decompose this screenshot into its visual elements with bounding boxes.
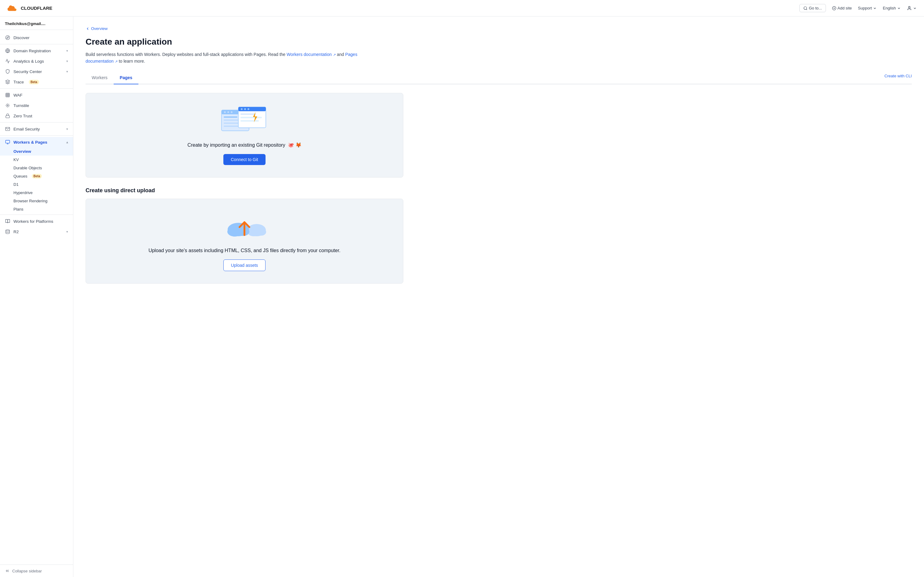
- globe-icon: [5, 48, 10, 53]
- sidebar-item-workers-pages[interactable]: Workers & Pages ▴: [0, 137, 73, 147]
- tab-workers[interactable]: Workers: [85, 72, 114, 84]
- sidebar-item-label: WAF: [13, 93, 23, 97]
- sidebar-item-label: Zero Trust: [13, 114, 32, 118]
- sidebar-item-zero-trust[interactable]: Zero Trust: [0, 111, 73, 121]
- sidebar-item-discover[interactable]: Discover: [0, 32, 73, 43]
- language-button[interactable]: English: [883, 6, 901, 10]
- subnav-item-d1[interactable]: D1: [0, 180, 73, 189]
- sidebar-item-waf[interactable]: WAF: [0, 90, 73, 100]
- svg-point-4: [5, 35, 10, 39]
- chevron-down-icon: ▾: [66, 59, 68, 63]
- tab-pages[interactable]: Pages: [114, 72, 138, 84]
- main-content: Overview Create an application Build ser…: [73, 16, 924, 577]
- subnav-item-durable-objects[interactable]: Durable Objects: [0, 164, 73, 172]
- add-site-button[interactable]: Add site: [832, 6, 852, 10]
- chevron-down-icon: ▾: [66, 49, 68, 53]
- back-link[interactable]: Overview: [85, 26, 912, 31]
- chevron-up-icon: ▴: [66, 140, 68, 144]
- svg-point-27: [241, 108, 243, 110]
- svg-point-19: [227, 111, 229, 113]
- activity-icon: [5, 58, 10, 64]
- sidebar-item-trace[interactable]: Trace Beta: [0, 77, 73, 87]
- svg-marker-8: [5, 80, 10, 82]
- chevron-down-icon: ▾: [66, 70, 68, 74]
- subnav-item-hyperdrive[interactable]: Hyperdrive: [0, 189, 73, 197]
- svg-point-10: [7, 105, 8, 106]
- subnav-item-plans[interactable]: Plans: [0, 205, 73, 213]
- sidebar-item-label: Security Center: [13, 69, 42, 74]
- svg-point-3: [908, 6, 910, 8]
- sidebar-user: Theilchikus@gmail....: [0, 16, 73, 30]
- user-menu-button[interactable]: [907, 6, 917, 11]
- workers-platform-icon: [5, 219, 10, 224]
- firewall-icon: [5, 92, 10, 98]
- create-with-cli-link[interactable]: Create with CLI: [884, 74, 912, 82]
- sidebar-item-label: Discover: [13, 35, 30, 40]
- email-icon: [5, 126, 10, 132]
- subnav-item-label: Plans: [13, 207, 24, 211]
- svg-point-29: [248, 108, 250, 110]
- tabs: Workers Pages: [85, 72, 138, 84]
- subnav-item-label: KV: [13, 157, 19, 162]
- git-illustration: [220, 105, 269, 136]
- workers-doc-link[interactable]: Workers documentation ↗: [287, 52, 335, 57]
- chevron-down-icon: ▾: [66, 127, 68, 131]
- sidebar-item-email-security[interactable]: Email Security ▾: [0, 124, 73, 134]
- subnav-item-label: Durable Objects: [13, 166, 42, 170]
- sidebar-item-turnstile[interactable]: Turnstile: [0, 100, 73, 111]
- svg-rect-30: [240, 113, 256, 115]
- sidebar-item-r2[interactable]: R2 ▾: [0, 226, 73, 237]
- svg-rect-12: [5, 140, 10, 143]
- sidebar-item-label: Trace: [13, 80, 24, 84]
- gitlab-icon: 🦊: [295, 142, 302, 148]
- chevrons-left-icon: [5, 569, 10, 573]
- connect-to-git-button[interactable]: Connect to Git: [223, 154, 266, 165]
- git-import-card: Create by importing an existing Git repo…: [85, 93, 403, 177]
- sidebar-item-security-center[interactable]: Security Center ▾: [0, 66, 73, 77]
- page-description: Build serverless functions with Workers.…: [85, 51, 361, 65]
- upload-assets-button[interactable]: Upload assets: [223, 259, 266, 271]
- svg-point-1: [804, 6, 806, 9]
- cloudflare-logo: CLOUDFLARE: [7, 5, 52, 12]
- upload-description: Upload your site's assets including HTML…: [148, 248, 340, 253]
- svg-point-36: [256, 228, 266, 235]
- compass-icon: [5, 35, 10, 40]
- subnav-item-kv[interactable]: KV: [0, 156, 73, 164]
- back-link-label: Overview: [91, 26, 108, 31]
- subnav-item-label: Queues: [13, 174, 27, 179]
- sidebar-item-analytics-logs[interactable]: Analytics & Logs ▾: [0, 56, 73, 66]
- sidebar-nav: Discover Domain Registration ▾: [0, 30, 73, 564]
- subnav-item-browser-rendering[interactable]: Browser Rendering: [0, 197, 73, 205]
- github-icon: 🐙: [288, 142, 294, 148]
- collapse-sidebar-button[interactable]: Collapse sidebar: [0, 564, 73, 577]
- upload-illustration: [220, 211, 269, 242]
- shield-icon: [5, 69, 10, 74]
- external-link-icon: ↗: [333, 53, 336, 56]
- user-icon: [907, 6, 912, 11]
- upload-section-title: Create using direct upload: [85, 187, 403, 194]
- support-button[interactable]: Support: [858, 6, 877, 10]
- svg-point-18: [224, 111, 226, 113]
- svg-point-28: [244, 108, 246, 110]
- layers-icon: [5, 79, 10, 85]
- svg-marker-5: [7, 37, 8, 39]
- collapse-label: Collapse sidebar: [12, 569, 42, 573]
- chevron-down-icon: [873, 6, 877, 10]
- search-icon: [803, 6, 808, 10]
- subnav-item-label: Browser Rendering: [13, 199, 47, 203]
- sidebar-item-label: R2: [13, 229, 19, 234]
- svg-rect-23: [224, 122, 239, 124]
- topnav: CLOUDFLARE Go to... Add site Support Eng…: [0, 0, 924, 16]
- svg-point-20: [231, 111, 233, 113]
- sidebar-item-workers-for-platforms[interactable]: Workers for Platforms: [0, 216, 73, 226]
- arrow-left-icon: [85, 27, 90, 31]
- sidebar-item-label: Domain Registration: [13, 48, 51, 53]
- workers-icon: [5, 139, 10, 145]
- subnav-item-overview[interactable]: Overview: [0, 147, 73, 156]
- sidebar-item-domain-registration[interactable]: Domain Registration ▾: [0, 45, 73, 56]
- svg-point-39: [237, 227, 250, 236]
- lock-icon: [5, 113, 10, 119]
- chevron-down-icon: ▾: [66, 230, 68, 234]
- subnav-item-queues[interactable]: Queues Beta: [0, 172, 73, 180]
- goto-button[interactable]: Go to...: [799, 4, 826, 12]
